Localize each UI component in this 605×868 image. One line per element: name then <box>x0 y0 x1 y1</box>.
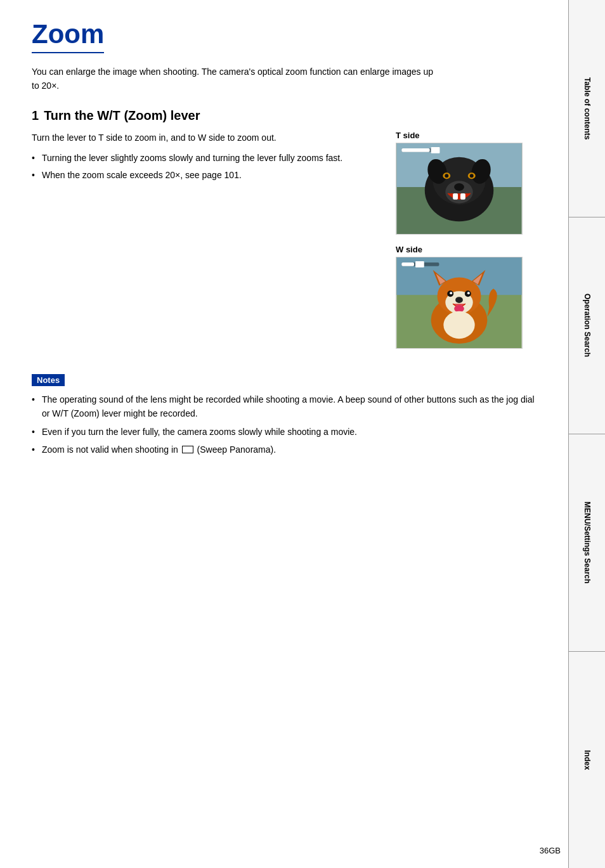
bullet-item: Turning the lever slightly zooms slowly … <box>32 151 377 165</box>
w-side-photo <box>396 257 523 349</box>
sidebar-tab-label: Table of contents <box>582 77 592 139</box>
svg-rect-31 <box>415 261 424 268</box>
right-content: T side <box>396 131 535 359</box>
sidebar-tab-label: Operation Search <box>582 294 592 357</box>
w-side-label: W side <box>396 245 535 254</box>
intro-text: You can enlarge the image when shooting.… <box>32 65 438 93</box>
svg-rect-30 <box>401 262 414 266</box>
sidebar-tab-menu-settings-search[interactable]: MENU/Settings Search <box>568 434 605 652</box>
notes-list: The operating sound of the lens might be… <box>32 392 535 457</box>
sidebar-tab-label: Index <box>582 750 592 770</box>
sidebar: Table of contents Operation Search MENU/… <box>568 0 605 868</box>
panorama-icon <box>182 446 193 453</box>
notes-section: Notes The operating sound of the lens mi… <box>32 374 535 457</box>
t-side-photo <box>396 143 523 235</box>
note-text-suffix: (Sweep Panorama). <box>197 444 276 455</box>
svg-point-26 <box>455 297 463 303</box>
step1-heading: 1 Turn the W/T (Zoom) lever <box>32 108 535 123</box>
step-bullets: Turning the lever slightly zooms slowly … <box>32 151 377 182</box>
step-number: 1 <box>32 108 39 123</box>
svg-point-9 <box>454 183 464 191</box>
step-title: Turn the W/T (Zoom) lever <box>44 108 200 123</box>
svg-rect-8 <box>460 193 465 200</box>
page-title: Zoom <box>32 19 104 53</box>
note-item: Even if you turn the lever fully, the ca… <box>32 425 535 439</box>
svg-point-12 <box>445 174 448 178</box>
svg-point-28 <box>443 311 474 339</box>
svg-point-13 <box>470 174 474 178</box>
content-area: Turn the lever to T side to zoom in, and… <box>32 131 535 359</box>
step-description: Turn the lever to T side to zoom in, and… <box>32 131 377 145</box>
svg-rect-15 <box>401 148 429 152</box>
sidebar-tab-table-of-contents[interactable]: Table of contents <box>568 0 605 217</box>
note-text-prefix: Zoom is not valid when shooting in <box>42 444 181 455</box>
sidebar-tab-index[interactable]: Index <box>568 652 605 869</box>
svg-rect-16 <box>431 147 440 153</box>
svg-point-24 <box>450 292 452 294</box>
left-content: Turn the lever to T side to zoom in, and… <box>32 131 377 359</box>
bullet-item: When the zoom scale exceeds 20×, see pag… <box>32 168 377 182</box>
sidebar-tab-operation-search[interactable]: Operation Search <box>568 217 605 435</box>
note-item: Zoom is not valid when shooting in (Swee… <box>32 443 535 457</box>
t-side-label: T side <box>396 131 535 140</box>
svg-point-25 <box>467 292 470 294</box>
page-number: 36GB <box>540 846 561 855</box>
svg-rect-7 <box>453 193 458 200</box>
notes-label: Notes <box>32 374 65 386</box>
sidebar-tab-label: MENU/Settings Search <box>582 502 592 583</box>
note-item: The operating sound of the lens might be… <box>32 392 535 421</box>
